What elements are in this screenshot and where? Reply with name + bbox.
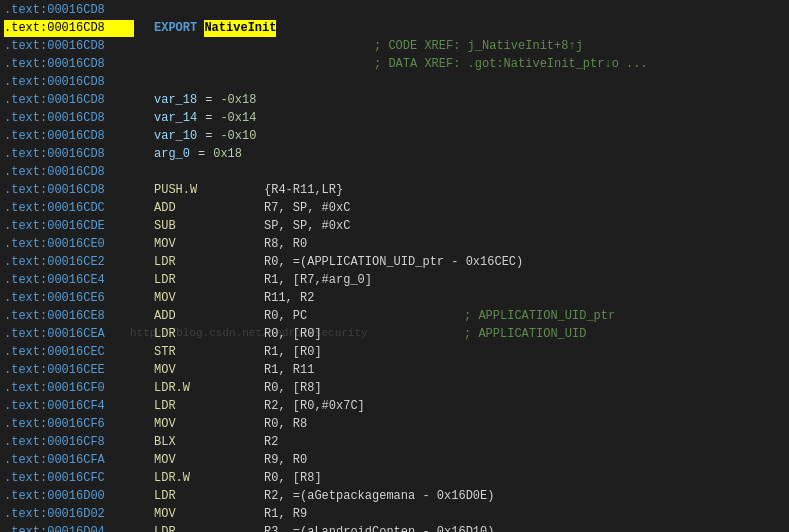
operand: R0, [R8] <box>264 470 322 487</box>
operand: R8, R0 <box>264 236 307 253</box>
operand: R7, SP, #0xC <box>264 200 350 217</box>
mnemonic: LDR.W <box>154 470 264 487</box>
code-line-mov3: .text:00016CEE MOV R1, R11 <box>0 362 789 380</box>
address: .text:00016CD8 <box>4 2 134 19</box>
mnemonic: MOV <box>154 416 264 433</box>
address: .text:00016CD8 <box>4 20 134 37</box>
address: .text:00016CE4 <box>4 272 134 289</box>
operand: R1, R9 <box>264 506 307 523</box>
code-line-mov1: .text:00016CE0 MOV R8, R0 <box>0 236 789 254</box>
code-line-ldr-android: .text:00016D04 LDR R3, =(aLandroidConten… <box>0 524 789 532</box>
operand: R3, =(aLandroidConten - 0x16D10) <box>264 524 494 532</box>
address: .text:00016CD8 <box>4 182 134 199</box>
operand: R11, R2 <box>264 290 314 307</box>
address: .text:00016CF4 <box>4 398 134 415</box>
var-name: arg_0 <box>154 146 190 163</box>
address: .text:00016CEE <box>4 362 134 379</box>
operand: {R4-R11,LR} <box>264 182 343 199</box>
mnemonic: BLX <box>154 434 264 451</box>
operand: R0, PC <box>264 308 464 325</box>
address: .text:00016CEC <box>4 344 134 361</box>
code-line-ldr1: .text:00016CE2 LDR R0, =(APPLICATION_UID… <box>0 254 789 272</box>
mnemonic: STR <box>154 344 264 361</box>
code-line-var10: .text:00016CD8 var_10 = -0x10 <box>0 128 789 146</box>
mnemonic: LDR <box>154 398 264 415</box>
code-line-mov4: .text:00016CF6 MOV R0, R8 <box>0 416 789 434</box>
comment: ; APPLICATION_UID_ptr <box>464 308 615 325</box>
mnemonic: PUSH.W <box>154 182 264 199</box>
mnemonic: LDR <box>154 524 264 532</box>
address: .text:00016CF6 <box>4 416 134 433</box>
address: .text:00016CFC <box>4 470 134 487</box>
code-line-ldr-pkg: .text:00016D00 LDR R2, =(aGetpackagemana… <box>0 488 789 506</box>
address: .text:00016CD8 <box>4 164 134 181</box>
address: .text:00016CD8 <box>4 128 134 145</box>
operand: R1, R11 <box>264 362 314 379</box>
code-line-blx: .text:00016CF8 BLX R2 <box>0 434 789 452</box>
code-line-export: .text:00016CD8 EXPORT NativeInit <box>0 20 789 38</box>
address: .text:00016CD8 <box>4 74 134 91</box>
mnemonic: MOV <box>154 452 264 469</box>
code-line-xref2: .text:00016CD8 ; DATA XREF: .got:NativeI… <box>0 56 789 74</box>
code-line-add2: .text:00016CE8 ADD R0, PC ; APPLICATION_… <box>0 308 789 326</box>
mnemonic: MOV <box>154 506 264 523</box>
address: .text:00016CEA <box>4 326 134 343</box>
address: .text:00016CF8 <box>4 434 134 451</box>
var-value: 0x18 <box>213 146 242 163</box>
address: .text:00016D02 <box>4 506 134 523</box>
mnemonic: LDR.W <box>154 380 264 397</box>
address: .text:00016D00 <box>4 488 134 505</box>
mnemonic: MOV <box>154 290 264 307</box>
operand: R1, [R0] <box>264 344 322 361</box>
var-value: -0x10 <box>220 128 256 145</box>
code-line-ldr7c: .text:00016CF4 LDR R2, [R0,#0x7C] <box>0 398 789 416</box>
code-line-xref1: .text:00016CD8 ; CODE XREF: j_NativeInit… <box>0 38 789 56</box>
address: .text:00016D04 <box>4 524 134 532</box>
code-line-var14: .text:00016CD8 var_14 = -0x14 <box>0 110 789 128</box>
mnemonic: LDR <box>154 254 264 271</box>
address: .text:00016CD8 <box>4 92 134 109</box>
mnemonic: LDR <box>154 488 264 505</box>
mnemonic: ADD <box>154 200 264 217</box>
comment: ; APPLICATION_UID <box>464 326 586 343</box>
code-line-arg0: .text:00016CD8 arg_0 = 0x18 <box>0 146 789 164</box>
operand: R9, R0 <box>264 452 307 469</box>
code-line: .text:00016CD8 <box>0 2 789 20</box>
address: .text:00016CD8 <box>4 56 134 73</box>
address: .text:00016CE2 <box>4 254 134 271</box>
address: .text:00016CFA <box>4 452 134 469</box>
code-line-ldr2: .text:00016CE4 LDR R1, [R7,#arg_0] <box>0 272 789 290</box>
code-line-mov5: .text:00016CFA MOV R9, R0 <box>0 452 789 470</box>
mnemonic: MOV <box>154 236 264 253</box>
address: .text:00016CE8 <box>4 308 134 325</box>
mnemonic: ADD <box>154 308 264 325</box>
operand: R2, [R0,#0x7C] <box>264 398 365 415</box>
address: .text:00016CD8 <box>4 38 134 55</box>
code-line-ldrw2: .text:00016CFC LDR.W R0, [R8] <box>0 470 789 488</box>
code-line-str: .text:00016CEC STR R1, [R0] <box>0 344 789 362</box>
var-name: var_18 <box>154 92 197 109</box>
code-line-ldrw1: .text:00016CF0 LDR.W R0, [R8] <box>0 380 789 398</box>
var-name: var_10 <box>154 128 197 145</box>
code-line-push: .text:00016CD8 PUSH.W {R4-R11,LR} <box>0 182 789 200</box>
var-value: -0x14 <box>220 110 256 127</box>
mnemonic: SUB <box>154 218 264 235</box>
operand: R2, =(aGetpackagemana - 0x16D0E) <box>264 488 494 505</box>
equals: = <box>205 110 212 127</box>
address: .text:00016CF0 <box>4 380 134 397</box>
comment: ; CODE XREF: j_NativeInit+8↑j <box>374 38 583 55</box>
address: .text:00016CDC <box>4 200 134 217</box>
code-line-mov6: .text:00016D02 MOV R1, R9 <box>0 506 789 524</box>
code-line-add1: .text:00016CDC ADD R7, SP, #0xC <box>0 200 789 218</box>
operand: R0, R8 <box>264 416 307 433</box>
equals: = <box>198 146 205 163</box>
address: .text:00016CD8 <box>4 146 134 163</box>
equals: = <box>205 128 212 145</box>
operand: R2 <box>264 434 278 451</box>
operand: R0, =(APPLICATION_UID_ptr - 0x16CEC) <box>264 254 523 271</box>
mnemonic: LDR <box>154 326 264 343</box>
comment: ; DATA XREF: .got:NativeInit_ptr↓o ... <box>374 56 648 73</box>
address: .text:00016CE6 <box>4 290 134 307</box>
address: .text:00016CE0 <box>4 236 134 253</box>
code-line-mov2: .text:00016CE6 MOV R11, R2 <box>0 290 789 308</box>
